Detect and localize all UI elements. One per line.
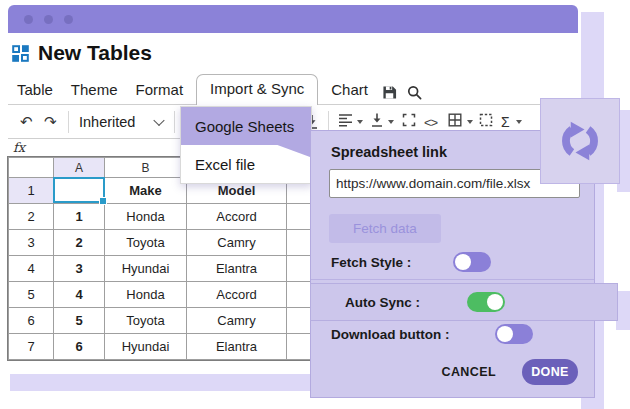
window-dot-icon <box>24 15 33 24</box>
cell[interactable]: 4 <box>54 282 105 308</box>
sum-icon[interactable]: Σ <box>501 114 510 130</box>
menu-item-import-sync[interactable]: Import & Sync <box>196 74 318 105</box>
table-grid-icon[interactable] <box>448 113 462 131</box>
menu-option-excel-file[interactable]: Excel file <box>181 145 311 183</box>
toolbar-divider <box>174 111 175 133</box>
clipped-format-icon[interactable] <box>311 114 319 130</box>
download-button-label: Download button : <box>331 327 449 342</box>
row-header[interactable]: 6 <box>9 308 54 334</box>
row-header[interactable]: 4 <box>9 256 54 282</box>
cell[interactable]: Elantra <box>187 334 287 360</box>
fetch-style-label: Fetch Style : <box>331 255 411 270</box>
menu-item-table[interactable]: Table <box>8 76 62 105</box>
menu-item-theme[interactable]: Theme <box>62 76 127 105</box>
caret-down-icon[interactable] <box>388 120 394 124</box>
window-titlebar <box>8 5 578 33</box>
fetch-style-toggle[interactable] <box>453 252 491 272</box>
window-dot-icon <box>44 15 53 24</box>
cell[interactable]: 6 <box>54 334 105 360</box>
column-header[interactable]: A <box>54 158 105 178</box>
bottom-decor-bar <box>10 374 310 391</box>
toggle-knob <box>455 254 471 270</box>
cell[interactable]: Toyota <box>105 230 187 256</box>
cell[interactable]: 2 <box>54 230 105 256</box>
row-header[interactable]: 3 <box>9 230 54 256</box>
chevron-down-icon[interactable] <box>153 114 164 125</box>
undo-icon[interactable]: ↶ <box>20 113 33 131</box>
sync-illustration-card <box>540 98 620 184</box>
cell[interactable]: Make <box>105 178 187 204</box>
caret-down-icon[interactable] <box>357 120 363 124</box>
auto-sync-row: Auto Sync : <box>310 283 618 321</box>
search-icon[interactable] <box>407 85 422 100</box>
cell[interactable]: Hyundai <box>105 256 187 282</box>
row-header[interactable]: 1 <box>9 178 54 204</box>
band-shadow-block <box>616 291 630 330</box>
column-header[interactable]: B <box>105 158 187 178</box>
menu-item-format[interactable]: Format <box>127 76 193 105</box>
cancel-button[interactable]: CANCEL <box>436 364 502 380</box>
page-title: New Tables <box>38 41 152 65</box>
merge-cells-icon[interactable] <box>479 113 493 131</box>
app-header: New Tables <box>12 41 152 65</box>
cell[interactable]: Honda <box>105 204 187 230</box>
toolbar-divider <box>68 111 69 133</box>
style-selector[interactable]: Inherited <box>79 114 135 130</box>
app-logo-grid-icon <box>12 45 29 62</box>
vertical-align-icon[interactable] <box>370 112 384 131</box>
cell[interactable]: 5 <box>54 308 105 334</box>
row-header[interactable]: 2 <box>9 204 54 230</box>
cell[interactable]: 1 <box>54 204 105 230</box>
cell[interactable]: Accord <box>187 204 287 230</box>
code-icon[interactable]: <> <box>424 114 437 129</box>
row-header[interactable]: 7 <box>9 334 54 360</box>
sync-icon <box>553 114 607 168</box>
row-header[interactable]: 5 <box>9 282 54 308</box>
window-dot-icon <box>64 15 73 24</box>
cell[interactable]: Hyundai <box>105 334 187 360</box>
redo-icon[interactable]: ↷ <box>44 113 57 131</box>
auto-sync-label: Auto Sync : <box>345 295 420 310</box>
dialog-actions: CANCEL DONE <box>436 359 578 385</box>
align-icon[interactable] <box>338 113 353 131</box>
dialog-title: Spreadsheet link <box>331 144 447 160</box>
cell[interactable]: Accord <box>187 282 287 308</box>
toggle-knob <box>487 294 503 310</box>
caret-down-icon[interactable] <box>467 120 473 124</box>
save-icon[interactable] <box>382 85 397 100</box>
cell[interactable]: Honda <box>105 282 187 308</box>
selected-cell-outline[interactable] <box>53 177 105 203</box>
cell[interactable]: Camry <box>187 308 287 334</box>
toggle-knob <box>497 326 513 342</box>
fetch-data-button[interactable]: Fetch data <box>329 214 441 243</box>
fx-label: fx <box>13 140 25 155</box>
corner-cell[interactable] <box>9 158 54 178</box>
selection-brackets-icon[interactable] <box>402 113 416 131</box>
fill-handle[interactable] <box>99 197 107 205</box>
done-button[interactable]: DONE <box>522 359 578 385</box>
menu-option-google-sheets[interactable]: Google Sheets <box>181 107 311 145</box>
cell[interactable]: Elantra <box>187 256 287 282</box>
dialog-divider <box>311 279 594 280</box>
cell[interactable]: Toyota <box>105 308 187 334</box>
menubar: Table Theme Format Import & Sync Chart <box>8 76 427 105</box>
download-button-toggle[interactable] <box>495 324 533 344</box>
cell[interactable]: Camry <box>187 230 287 256</box>
menu-item-chart[interactable]: Chart <box>322 76 377 105</box>
caret-down-icon[interactable] <box>516 120 522 124</box>
auto-sync-toggle[interactable] <box>467 292 505 312</box>
cell[interactable]: 3 <box>54 256 105 282</box>
